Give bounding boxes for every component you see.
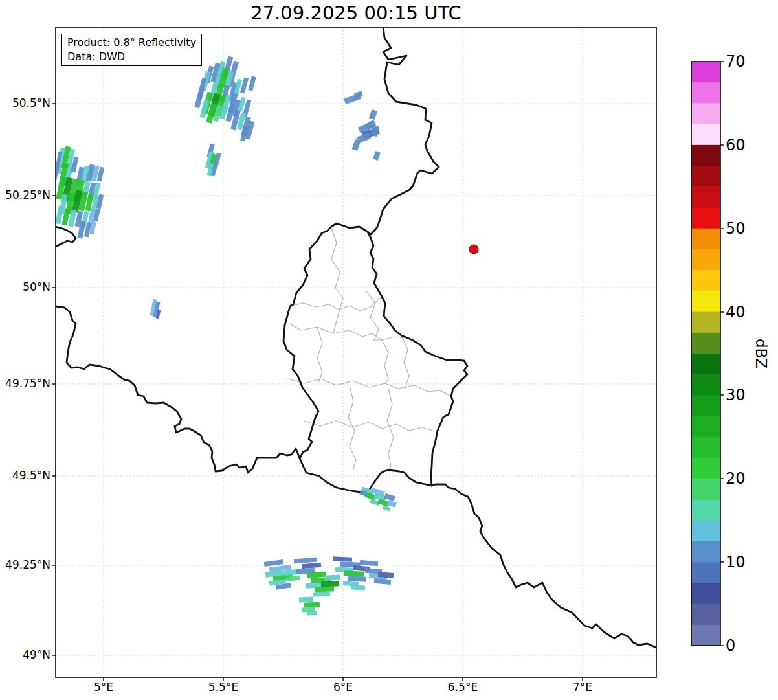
radar-echo-bin [374, 578, 392, 585]
colorbar-segment [691, 166, 720, 187]
figure-title: 27.09.2025 00:15 UTC [56, 2, 656, 24]
y-tick-label: 49°N [23, 648, 50, 661]
radar-echo-bin [351, 585, 365, 590]
radar-echo-bin [382, 505, 390, 511]
x-tick-label: 5.5°E [208, 681, 238, 694]
colorbar-segment [691, 479, 720, 500]
colorbar-segment [691, 374, 720, 396]
radar-echo-bin [315, 586, 334, 593]
colorbar-segment [691, 521, 720, 542]
colorbar-segment [691, 562, 720, 583]
colorbar-segment [691, 62, 720, 83]
colorbar-segment [691, 458, 720, 479]
district-border-line [304, 421, 432, 431]
colorbar-segment [691, 604, 720, 626]
radar-echo-bin [386, 500, 397, 508]
radar-site-marker [469, 245, 478, 254]
district-border-line [288, 379, 451, 396]
colorbar-tick-label: 30 [726, 386, 746, 404]
colorbar-segment [691, 333, 720, 354]
map-plot [0, 0, 778, 700]
district-border-line [290, 324, 405, 340]
y-tick-label: 49.75°N [5, 377, 50, 390]
colorbar-tick-label: 70 [726, 52, 746, 71]
radar-echo-bin [248, 76, 256, 91]
country-border-line [432, 484, 656, 648]
colorbar-tick-label: 40 [726, 303, 746, 321]
colorbar-segment [691, 229, 720, 250]
y-tick-label: 50.5°N [12, 96, 50, 109]
colorbar-segment [691, 186, 720, 208]
radar-echo-bin [325, 574, 340, 580]
radar-echo-bin [294, 557, 317, 563]
product-annotation-box: Product: 0.8° Reflectivity Data: DWD [61, 34, 202, 66]
colorbar-tick-label: 20 [726, 469, 746, 488]
colorbar-segment [691, 541, 720, 563]
product-line: Product: 0.8° Reflectivity [67, 36, 196, 50]
radar-echo-bin [333, 556, 352, 562]
colorbar-segment [691, 145, 720, 166]
radar-echo-bin [321, 581, 339, 587]
colorbar-segment [691, 208, 720, 229]
colorbar-segment [691, 124, 720, 146]
district-borders [288, 228, 451, 471]
x-tick-label: 6.5°E [448, 681, 478, 694]
x-tick-label: 5°E [94, 681, 113, 694]
radar-echo-bin [344, 570, 364, 577]
district-border-line [317, 327, 322, 382]
colorbar-tick-label: 60 [726, 136, 746, 154]
radar-echo-bin [373, 151, 381, 161]
country-border-line [56, 227, 300, 473]
colorbar-segment [691, 416, 720, 438]
radar-echo-bin [313, 591, 330, 596]
district-border-line [382, 340, 388, 383]
x-tick-label: 6°E [333, 681, 353, 694]
radar-echo-bin [369, 109, 377, 120]
country-border-line [283, 223, 467, 492]
radar-echo-bin [354, 91, 363, 98]
y-tick-label: 50°N [23, 280, 50, 293]
district-border-line [387, 389, 394, 471]
colorbar-segment [691, 82, 720, 104]
colorbar-segment [691, 583, 720, 604]
colorbar-segment [691, 312, 720, 333]
colorbar-tick-label: 50 [726, 220, 746, 238]
radar-echo-bin [299, 596, 313, 602]
colorbar-segment [691, 291, 720, 312]
radar-echo-bin [360, 560, 379, 566]
radar-echo-bin [384, 493, 395, 501]
data-source-line: Data: DWD [67, 50, 196, 64]
radar-echo-bin [352, 139, 361, 151]
colorbar-segment [691, 395, 720, 416]
colorbar-segment [691, 249, 720, 271]
colorbar-segment [691, 437, 720, 458]
district-border-line [401, 335, 409, 389]
colorbar-segment [691, 103, 720, 124]
y-tick-label: 49.5°N [12, 469, 50, 482]
country-borders [56, 27, 656, 648]
y-tick-label: 49.25°N [5, 558, 50, 571]
colorbar-segment [691, 625, 720, 646]
x-tick-label: 7°E [573, 681, 592, 694]
colorbar [691, 62, 724, 646]
radar-echoes [52, 56, 396, 616]
colorbar-axis-label: dBZ [753, 339, 770, 368]
district-border-line [290, 297, 382, 311]
radar-echo-bin [304, 602, 320, 607]
radar-echo-bin [348, 576, 366, 581]
colorbar-segment [691, 270, 720, 291]
radar-echo-bin [307, 611, 317, 616]
colorbar-tick-label: 10 [726, 553, 746, 571]
radar-echo-bin [302, 563, 321, 569]
colorbar-tick-label: 0 [726, 637, 735, 655]
y-tick-label: 50.25°N [5, 188, 50, 201]
radar-figure: 27.09.2025 00:15 UTC Product: 0.8° Refle… [0, 0, 778, 700]
colorbar-segment [691, 354, 720, 375]
district-border-line [348, 385, 356, 471]
colorbar-segment [691, 500, 720, 521]
district-border-line [331, 228, 343, 333]
